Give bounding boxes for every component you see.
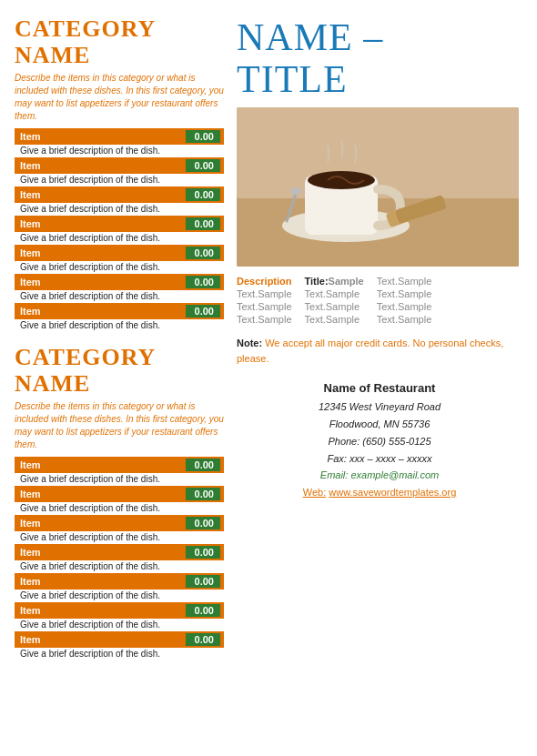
menu-item-price: 0.00 xyxy=(186,459,220,471)
info-col-2-val-2: Text.Sample xyxy=(305,301,364,312)
menu-item-name: Item xyxy=(20,518,186,529)
info-col-3-header: Text.Sample xyxy=(377,276,432,287)
menu-item-price: 0.00 xyxy=(186,188,220,201)
food-image xyxy=(237,107,519,267)
category-2-items: Item0.00Give a brief description of the … xyxy=(15,457,224,660)
info-col-2-val-1: Text.Sample xyxy=(305,288,364,299)
menu-item-desc: Give a brief description of the dish. xyxy=(15,290,224,303)
menu-item-price: 0.00 xyxy=(186,488,220,500)
menu-item-row: Item0.00 xyxy=(15,631,224,648)
menu-item-row: Item0.00 xyxy=(15,602,224,619)
menu-item-row: Item0.00 xyxy=(15,544,224,560)
info-col-3: Text.Sample Text.Sample Text.Sample Text… xyxy=(377,276,432,325)
footer-address2: Floodwood, MN 55736 xyxy=(237,416,522,433)
menu-item-name: Item xyxy=(20,605,186,616)
menu-item-price: 0.00 xyxy=(186,575,220,588)
menu-item-name: Item xyxy=(20,576,186,587)
footer-fax: Fax: xxx – xxxx – xxxxx xyxy=(237,450,522,468)
menu-item-desc: Give a brief description of the dish. xyxy=(15,560,224,573)
menu-item-row: Item0.00 xyxy=(15,573,224,590)
menu-item-name: Item xyxy=(20,218,186,229)
menu-item-row: Item0.00 xyxy=(15,515,224,531)
footer-web-row: Web: www.savewordtemplates.org xyxy=(237,484,522,501)
menu-item-name: Item xyxy=(20,547,186,558)
menu-item-desc: Give a brief description of the dish. xyxy=(15,232,224,245)
menu-item-row: Item0.00 xyxy=(15,486,224,502)
category-1-title: CATEGORY NAME xyxy=(15,16,224,68)
footer-email-row: Email: example@mail.com xyxy=(237,467,522,484)
svg-point-4 xyxy=(308,171,375,189)
menu-item-name: Item xyxy=(20,189,186,200)
info-col-2-header: Title:Sample xyxy=(305,276,364,287)
category-1-desc: Describe the items in this category or w… xyxy=(15,72,224,123)
menu-item-row: Item0.00 xyxy=(15,216,224,232)
menu-item-name: Item xyxy=(20,459,186,470)
category-1-items: Item0.00Give a brief description of the … xyxy=(15,128,224,332)
menu-item-row: Item0.00 xyxy=(15,157,224,174)
menu-item-price: 0.00 xyxy=(186,247,220,259)
menu-item-name: Item xyxy=(20,489,186,499)
restaurant-title: NAME – TITLE xyxy=(237,16,522,100)
menu-item-name: Item xyxy=(20,277,186,287)
footer-email-label: Email: xyxy=(320,469,349,480)
menu-item-row: Item0.00 xyxy=(15,245,224,261)
menu-item-desc: Give a brief description of the dish. xyxy=(15,261,224,274)
footer-address1: 12345 West Vineyard Road xyxy=(237,398,522,416)
category-2-desc: Describe the items in this category or w… xyxy=(15,400,224,451)
menu-item-name: Item xyxy=(20,247,186,258)
menu-item-name: Item xyxy=(20,160,186,171)
page: CATEGORY NAME Describe the items in this… xyxy=(0,0,537,756)
footer-restaurant-name: Name of Restaurant xyxy=(237,378,522,398)
category-2: CATEGORY NAME Describe the items in this… xyxy=(15,345,224,673)
menu-item-desc: Give a brief description of the dish. xyxy=(15,473,224,486)
menu-item-price: 0.00 xyxy=(186,130,220,143)
menu-item-price: 0.00 xyxy=(186,276,220,288)
svg-point-7 xyxy=(290,187,301,195)
menu-item-desc: Give a brief description of the dish. xyxy=(15,590,224,602)
menu-item-desc: Give a brief description of the dish. xyxy=(15,145,224,157)
info-col-3-val-2: Text.Sample xyxy=(377,301,432,312)
restaurant-footer: Name of Restaurant 12345 West Vineyard R… xyxy=(237,378,522,500)
footer-email-value: example@mail.com xyxy=(350,469,439,480)
menu-item-row: Item0.00 xyxy=(15,457,224,473)
menu-item-desc: Give a brief description of the dish. xyxy=(15,502,224,515)
info-col-1-val-3: Text.Sample xyxy=(237,314,292,325)
menu-item-name: Item xyxy=(20,634,186,645)
menu-item-price: 0.00 xyxy=(186,305,220,318)
left-column: CATEGORY NAME Describe the items in this… xyxy=(15,16,224,740)
menu-item-price: 0.00 xyxy=(186,217,220,230)
note-section: Note: We accept all major credit cards. … xyxy=(237,336,522,366)
info-col-1-header: Description xyxy=(237,276,292,287)
menu-item-name: Item xyxy=(20,306,186,317)
info-col-3-val-3: Text.Sample xyxy=(377,314,432,325)
footer-web-value: www.savewordtemplates.org xyxy=(329,487,456,498)
note-text: We accept all major credit cards. No per… xyxy=(237,338,503,364)
menu-item-desc: Give a brief description of the dish. xyxy=(15,648,224,660)
menu-item-desc: Give a brief description of the dish. xyxy=(15,619,224,631)
info-col-1-val-2: Text.Sample xyxy=(237,301,292,312)
menu-item-desc: Give a brief description of the dish. xyxy=(15,174,224,186)
menu-item-desc: Give a brief description of the dish. xyxy=(15,203,224,216)
menu-item-price: 0.00 xyxy=(186,604,220,617)
info-col-3-val-1: Text.Sample xyxy=(377,288,432,299)
right-column: NAME – TITLE xyxy=(237,16,522,740)
info-col-2: Title:Sample Text.Sample Text.Sample Tex… xyxy=(305,276,364,325)
menu-item-row: Item0.00 xyxy=(15,186,224,203)
menu-item-price: 0.00 xyxy=(186,517,220,529)
menu-item-price: 0.00 xyxy=(186,159,220,172)
info-col-1-val-1: Text.Sample xyxy=(237,288,292,299)
info-col-1: Description Text.Sample Text.Sample Text… xyxy=(237,276,292,325)
category-1: CATEGORY NAME Describe the items in this… xyxy=(15,16,224,345)
info-col-2-val-3: Text.Sample xyxy=(305,314,364,325)
category-2-title: CATEGORY NAME xyxy=(15,345,224,397)
menu-item-row: Item0.00 xyxy=(15,274,224,290)
note-label: Note: xyxy=(237,338,262,348)
menu-item-row: Item0.00 xyxy=(15,303,224,319)
menu-item-name: Item xyxy=(20,131,186,142)
footer-phone: Phone: (650) 555-0125 xyxy=(237,433,522,450)
menu-item-desc: Give a brief description of the dish. xyxy=(15,319,224,332)
menu-item-price: 0.00 xyxy=(186,546,220,559)
menu-item-desc: Give a brief description of the dish. xyxy=(15,531,224,544)
info-table: Description Text.Sample Text.Sample Text… xyxy=(237,276,522,325)
menu-item-row: Item0.00 xyxy=(15,128,224,145)
